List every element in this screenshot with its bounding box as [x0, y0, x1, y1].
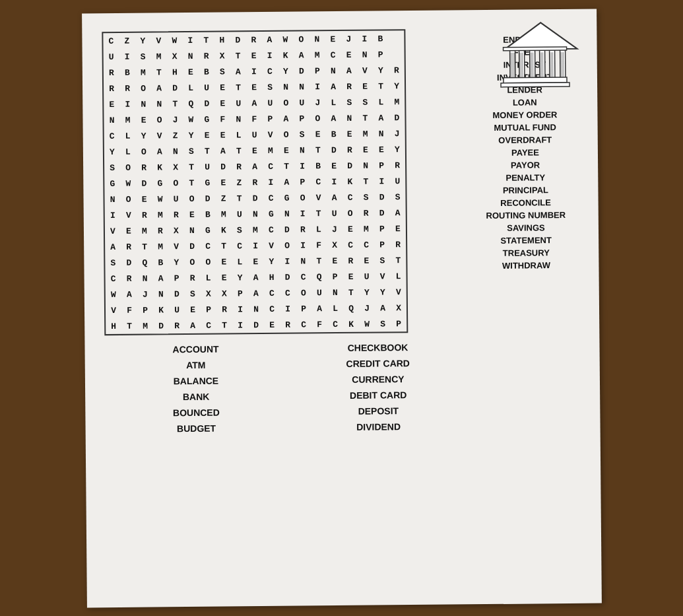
grid-cell: U: [168, 191, 183, 207]
grid-cell: E: [216, 254, 232, 269]
grid-cell: C: [358, 236, 374, 252]
svg-marker-0: [504, 22, 577, 49]
svg-rect-27: [501, 82, 569, 86]
grid-cell: V: [120, 207, 136, 222]
grid-cell: X: [168, 159, 183, 175]
grid-cell: X: [168, 222, 183, 238]
grid-cell: R: [184, 269, 200, 285]
grid-cell: R: [389, 157, 405, 173]
grid-cell: R: [231, 158, 247, 174]
grid-cell: U: [262, 94, 278, 110]
grid-cell: T: [121, 318, 137, 333]
bottom-word-item: BOUNCED: [105, 406, 287, 418]
directions-text: [234, 23, 445, 25]
grid-cell: P: [295, 300, 311, 316]
grid-cell: O: [295, 285, 311, 300]
grid-cell: V: [263, 237, 279, 253]
grid-cell: C: [232, 238, 247, 254]
bottom-word-lists: ACCOUNTATMBALANCEBANKBOUNCEDBUDGET CHECK…: [104, 341, 469, 434]
grid-cell: T: [342, 284, 358, 300]
grid-cell: I: [295, 237, 311, 253]
grid-cell: J: [326, 221, 342, 236]
grid-cell: A: [278, 110, 294, 126]
grid-cell: A: [247, 269, 263, 285]
grid-cell: T: [231, 190, 247, 206]
grid-cell: U: [103, 48, 119, 64]
grid-cell: S: [214, 63, 230, 79]
grid-cell: R: [169, 318, 185, 333]
grid-cell: O: [151, 112, 167, 127]
grid-cell: S: [374, 252, 390, 268]
grid-cell: R: [216, 301, 232, 317]
grid-cell: T: [358, 173, 374, 189]
grid-cell: G: [152, 175, 168, 191]
grid-cell: S: [375, 316, 391, 331]
grid-cell: G: [199, 222, 215, 238]
grid-cell: C: [104, 127, 119, 143]
grid-cell: S: [261, 79, 277, 94]
bank-building-icon: [498, 18, 584, 92]
grid-cell: K: [343, 316, 359, 331]
grid-cell: M: [137, 318, 153, 333]
grid-cell: I: [261, 47, 277, 63]
grid-cell: V: [105, 302, 121, 318]
grid-cell: H: [106, 318, 121, 333]
grid-cell: I: [279, 253, 295, 269]
grid-cell: Q: [137, 254, 152, 270]
bottom-word-item: ACCOUNT: [104, 343, 286, 355]
grid-cell: O: [168, 175, 183, 191]
grid-cell: E: [214, 79, 230, 95]
grid-cell: C: [295, 269, 311, 285]
grid-cell: E: [356, 78, 372, 94]
grid-cell: N: [182, 48, 198, 63]
grid-cell: N: [151, 96, 167, 112]
grid-cell: S: [231, 222, 247, 238]
grid-cell: U: [326, 205, 342, 221]
grid-cell: R: [136, 207, 152, 222]
grid-cell: D: [389, 110, 405, 125]
grid-cell: R: [198, 48, 214, 63]
grid-cell: B: [198, 63, 214, 79]
grid-cell: I: [182, 32, 198, 48]
grid-cell: L: [200, 269, 216, 285]
grid-cell: I: [279, 300, 295, 316]
right-word-item: PRINCIPAL: [472, 184, 578, 195]
grid-cell: E: [325, 30, 341, 46]
bottom-word-item: BUDGET: [105, 422, 287, 434]
grid-cell: C: [327, 316, 343, 331]
grid-cell: R: [247, 174, 263, 190]
grid-cell: C: [200, 238, 216, 254]
grid-cell: N: [373, 125, 389, 141]
grid-cell: F: [214, 111, 230, 127]
grid-cell: Y: [388, 78, 404, 94]
grid-cell: I: [119, 48, 135, 64]
grid-cell: R: [121, 270, 137, 286]
grid-cell: M: [152, 238, 168, 254]
grid-cell: D: [279, 269, 295, 285]
grid-cell: Y: [389, 141, 405, 157]
grid-cell: I: [247, 238, 263, 254]
grid-cell: R: [358, 205, 374, 221]
grid-cell: O: [294, 189, 310, 205]
grid-cell: A: [326, 189, 342, 205]
grid-cell: M: [152, 207, 168, 222]
grid-cell: I: [356, 30, 372, 46]
grid-cell: N: [183, 222, 199, 238]
grid-cell: T: [216, 317, 232, 333]
grid-cell: Q: [311, 269, 327, 285]
bottom-word-item: BANK: [105, 390, 287, 402]
grid-cell: M: [119, 112, 135, 127]
grid-cell: M: [358, 221, 374, 236]
grid-cell: P: [137, 302, 152, 318]
grid-cell: H: [263, 269, 279, 285]
grid-cell: S: [341, 94, 357, 110]
grid-cell: X: [200, 285, 216, 301]
grid-cell: S: [135, 48, 150, 64]
right-word-item: RECONCILE: [472, 197, 578, 207]
grid-cell: Y: [277, 63, 293, 79]
grid-cell: S: [184, 285, 200, 301]
grid-cell: V: [390, 284, 406, 300]
grid-cell: O: [120, 191, 136, 207]
grid-cell: L: [182, 79, 198, 95]
grid-cell: C: [263, 285, 279, 300]
